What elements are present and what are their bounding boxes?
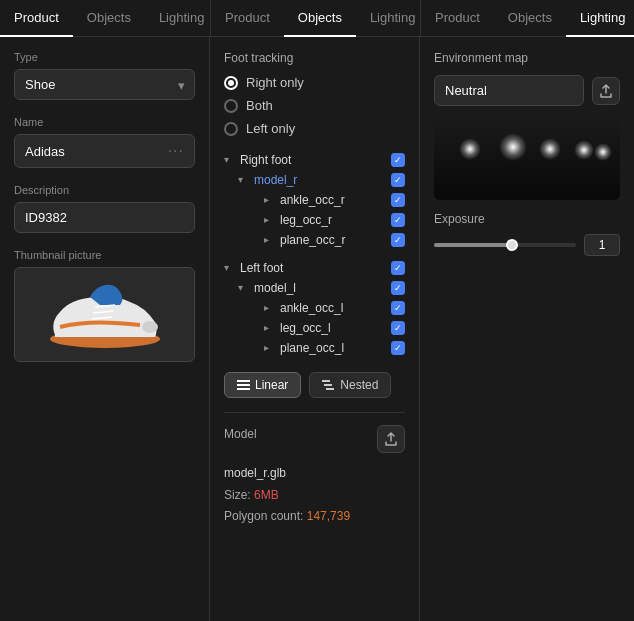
tab-panel3-product[interactable]: Product [421,0,494,36]
exposure-slider[interactable] [434,243,576,247]
thumbnail-field: Thumbnail picture [14,249,195,362]
mid-panel: Foot tracking Right only Both Left only … [210,37,420,621]
model-r-label: model_r [254,173,297,187]
exposure-thumb[interactable] [506,239,518,251]
upload-icon [384,432,398,446]
model-r-checkbox[interactable] [391,173,405,187]
radio-right-only-circle [224,76,238,90]
tab-panel3-lighting[interactable]: Lighting [566,0,634,37]
tab-panel3-objects[interactable]: Objects [494,0,566,36]
radio-right-only[interactable]: Right only [224,75,405,90]
list-icon [237,379,250,392]
left-foot-section: ▾ Left foot ▾ model_l ▸ [224,258,405,358]
ankle-occ-r-checkbox[interactable] [391,193,405,207]
type-select[interactable]: Shoe [14,69,195,100]
type-select-wrapper: Shoe ▾ [14,69,195,100]
thumbnail-label: Thumbnail picture [14,249,195,261]
plane-occ-l-chevron-icon[interactable]: ▸ [264,342,276,354]
env-map-select[interactable]: Neutral Studio Outdoor Indoor [434,75,584,106]
nested-view-button[interactable]: Nested [309,372,391,398]
radio-left-only[interactable]: Left only [224,121,405,136]
env-upload-button[interactable] [592,77,620,105]
exposure-label: Exposure [434,212,620,226]
description-label: Description [14,184,195,196]
plane-occ-l-label: plane_occ_l [280,341,344,355]
light-dot-2 [499,133,527,161]
leg-occ-l-row: ▸ leg_occ_l [264,318,405,338]
leg-occ-r-chevron-icon[interactable]: ▸ [264,214,276,226]
tab-panel2-lighting[interactable]: Lighting [356,0,430,36]
right-foot-row: ▾ Right foot [224,150,405,170]
model-r-chevron-icon[interactable]: ▾ [238,174,250,186]
right-panel: Environment map Neutral Studio Outdoor I… [420,37,634,621]
ankle-occ-l-label: ankle_occ_l [280,301,343,315]
plane-occ-r-label: plane_occ_r [280,233,345,247]
light-dot-4 [574,140,594,160]
main-content: Type Shoe ▾ Name Adidas ··· Description … [0,37,634,621]
exposure-row [434,234,620,256]
right-foot-checkbox[interactable] [391,153,405,167]
tab-panel1-objects[interactable]: Objects [73,0,145,36]
model-l-checkbox[interactable] [391,281,405,295]
light-dot-5 [594,143,612,161]
exposure-value-input[interactable] [584,234,620,256]
view-toggle-group: Linear Nested [224,372,405,398]
ankle-occ-l-row: ▸ ankle_occ_l [264,298,405,318]
right-foot-chevron-icon[interactable]: ▾ [224,154,236,166]
panel-1-tabs: Product Objects Lighting [0,0,210,37]
exposure-fill [434,243,512,247]
radio-left-only-label: Left only [246,121,295,136]
plane-occ-r-chevron-icon[interactable]: ▸ [264,234,276,246]
leg-occ-l-chevron-icon[interactable]: ▸ [264,322,276,334]
env-upload-icon [599,84,613,98]
svg-rect-8 [322,380,330,382]
ankle-occ-r-chevron-icon[interactable]: ▸ [264,194,276,206]
left-foot-row: ▾ Left foot [224,258,405,278]
env-map-title: Environment map [434,51,620,65]
name-dots-icon: ··· [168,142,184,160]
thumbnail-image[interactable] [14,267,195,362]
panel-2-tabs: Product Objects Lighting [210,0,420,37]
leg-occ-r-row: ▸ leg_occ_r [264,210,405,230]
model-polygon-value: 147,739 [307,509,350,523]
model-r-children: ▸ ankle_occ_r ▸ leg_occ_r [238,190,405,250]
model-l-chevron-icon[interactable]: ▾ [238,282,250,294]
ankle-occ-l-chevron-icon[interactable]: ▸ [264,302,276,314]
model-l-row: ▾ model_l [238,278,405,298]
plane-occ-l-checkbox[interactable] [391,341,405,355]
ankle-occ-l-checkbox[interactable] [391,301,405,315]
tab-panel1-lighting[interactable]: Lighting [145,0,219,36]
leg-occ-r-label: leg_occ_r [280,213,332,227]
svg-point-4 [142,321,158,333]
radio-both-label: Both [246,98,273,113]
right-foot-label: Right foot [240,153,291,167]
model-r-row: ▾ model_r [238,170,405,190]
description-value: ID9382 [25,210,67,225]
radio-left-only-circle [224,122,238,136]
linear-view-button[interactable]: Linear [224,372,301,398]
radio-both[interactable]: Both [224,98,405,113]
plane-occ-r-row: ▸ plane_occ_r [264,230,405,250]
model-header: Model [224,425,405,453]
tab-panel2-product[interactable]: Product [211,0,284,36]
model-section: Model model_r.glb Size: 6MB Polygon coun… [224,412,405,526]
model-size-row: Size: 6MB [224,485,405,505]
tab-panel2-objects[interactable]: Objects [284,0,356,37]
shoe-svg [40,277,170,352]
name-input[interactable]: Adidas ··· [14,134,195,168]
model-polygon-label: Polygon count: [224,509,303,523]
model-r-group: ▾ model_r ▸ ankle_occ_r [224,170,405,250]
leg-occ-l-checkbox[interactable] [391,321,405,335]
plane-occ-r-checkbox[interactable] [391,233,405,247]
model-upload-button[interactable] [377,425,405,453]
left-foot-checkbox[interactable] [391,261,405,275]
svg-rect-5 [237,380,250,382]
env-lights-display [434,118,620,200]
foot-tracking-radio-group: Right only Both Left only [224,75,405,136]
nested-button-label: Nested [340,378,378,392]
leg-occ-r-checkbox[interactable] [391,213,405,227]
tab-panel1-product[interactable]: Product [0,0,73,37]
left-foot-chevron-icon[interactable]: ▾ [224,262,236,274]
description-input[interactable]: ID9382 [14,202,195,233]
tab-bars-container: Product Objects Lighting Product Objects… [0,0,634,37]
